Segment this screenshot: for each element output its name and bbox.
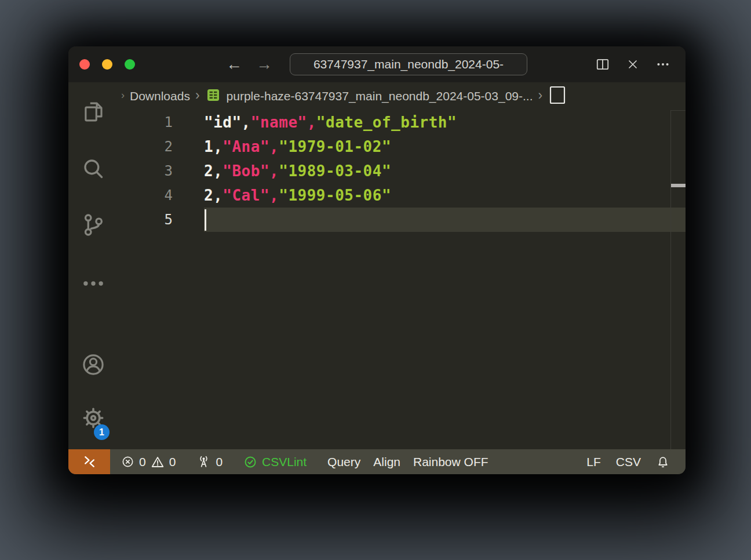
line-number: 2 (118, 139, 173, 155)
align-button[interactable]: Align (367, 455, 407, 469)
line-number: 4 (118, 187, 173, 203)
code-line: 4 2,"Cal","1999-05-06" (118, 183, 686, 208)
line-number: 5 (118, 212, 173, 228)
check-circle-icon (243, 455, 257, 469)
problems-status[interactable]: 0 0 (115, 455, 182, 469)
code-line: 2 1,"Ana","1979-01-02" (118, 134, 686, 159)
ports-count: 0 (216, 455, 223, 469)
notifications-button[interactable] (648, 455, 677, 469)
activity-bar: 1 (68, 82, 118, 449)
additional-views-icon[interactable] (81, 271, 105, 296)
csvlint-label: CSVLint (262, 455, 307, 469)
chevron-right-icon: › (195, 88, 200, 105)
close-editor-icon[interactable] (626, 57, 640, 71)
titlebar: ← → 63747937_main_neondb_2024-05- (68, 46, 686, 82)
navigate-forward-icon[interactable]: → (256, 56, 272, 72)
csv-field: 2, (204, 162, 223, 180)
radio-tower-icon (196, 454, 211, 469)
bell-icon (656, 455, 670, 469)
warning-icon (151, 455, 165, 469)
file-symbol-icon (549, 85, 566, 108)
vscode-window: ← → 63747937_main_neondb_2024-05- (68, 46, 686, 474)
search-icon[interactable] (81, 157, 105, 181)
window-title: 63747937_main_neondb_2024-05- (313, 57, 504, 71)
scrollbar-track[interactable] (670, 110, 686, 449)
csvlint-status[interactable]: CSVLint (237, 455, 313, 469)
csv-field: "id", (204, 114, 251, 131)
accounts-icon[interactable] (81, 352, 105, 377)
navigate-back-icon[interactable]: ← (226, 56, 242, 72)
remote-icon (82, 454, 97, 469)
minimize-window-button[interactable] (102, 59, 112, 70)
csv-field: 1, (204, 138, 223, 155)
chevron-right-icon: › (538, 88, 543, 105)
chevron-right-icon: › (121, 89, 125, 103)
csv-field: "Cal", (223, 187, 279, 204)
editor-pane[interactable]: 1 "id","name","date_of_birth" 2 1,"Ana",… (118, 110, 686, 449)
ports-status[interactable]: 0 (190, 454, 229, 469)
source-control-icon[interactable] (81, 213, 105, 237)
csv-file-icon (206, 88, 220, 105)
code-line: 3 2,"Bob","1989-03-04" (118, 159, 686, 183)
csv-field: "1989-03-04" (279, 162, 391, 180)
query-button[interactable]: Query (321, 455, 367, 469)
traffic-lights (79, 59, 135, 70)
language-selector[interactable]: CSV (608, 455, 648, 469)
csv-field: "1999-05-06" (279, 187, 391, 204)
split-editor-icon[interactable] (595, 57, 610, 72)
rainbow-toggle[interactable]: Rainbow OFF (407, 455, 495, 469)
error-icon (121, 455, 134, 468)
breadcrumb-folder[interactable]: Downloads (130, 89, 190, 103)
error-count: 0 (139, 455, 146, 469)
code-line: 1 "id","name","date_of_birth" (118, 110, 686, 134)
line-number: 1 (118, 114, 173, 130)
line-number: 3 (118, 163, 173, 179)
csv-field: 2, (204, 187, 223, 204)
csv-field: "Ana", (223, 138, 279, 155)
settings-badge: 1 (94, 424, 110, 440)
csv-field: "name", (251, 114, 316, 131)
scrollbar-thumb[interactable] (671, 184, 686, 187)
zoom-window-button[interactable] (125, 59, 135, 70)
close-window-button[interactable] (79, 59, 90, 70)
command-center-search[interactable]: 63747937_main_neondb_2024-05- (290, 53, 527, 75)
eol-selector[interactable]: LF (579, 455, 608, 469)
more-actions-icon[interactable] (655, 57, 670, 72)
warning-count: 0 (169, 455, 176, 469)
breadcrumb-filename[interactable]: purple-haze-63747937_main_neondb_2024-05… (227, 89, 533, 103)
explorer-icon[interactable] (81, 100, 105, 124)
breadcrumb: › Downloads › purple-haze-63747937_main_… (118, 82, 686, 110)
code-line-active: 5 (118, 208, 686, 232)
csv-field: "date_of_birth" (316, 114, 457, 131)
csv-field: "Bob", (223, 162, 279, 180)
csv-field: "1979-01-02" (279, 138, 391, 155)
remote-indicator[interactable] (68, 449, 110, 474)
status-bar: 0 0 0 CSVLint Query Align (68, 449, 686, 474)
text-cursor (205, 209, 206, 231)
